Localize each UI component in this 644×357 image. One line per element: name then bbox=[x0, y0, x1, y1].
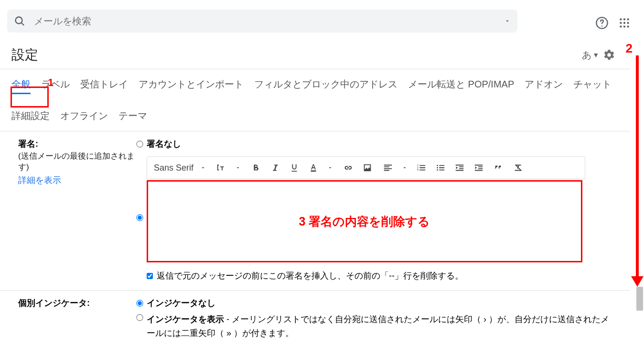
indicator-section: 個別インジケータ: インジケータなし インジケータを表示 - メーリングリストで… bbox=[0, 291, 630, 353]
svg-line-1 bbox=[21, 23, 24, 25]
bullet-list-icon[interactable] bbox=[431, 160, 450, 176]
signature-custom-row[interactable]: Sans Serif bbox=[137, 153, 611, 281]
chevron-down-icon[interactable]: ▼ bbox=[592, 51, 599, 59]
italic-icon[interactable] bbox=[266, 160, 284, 176]
tab-themes[interactable]: テーマ bbox=[118, 109, 147, 124]
indent-more-icon[interactable] bbox=[470, 160, 488, 176]
scrollbar-track[interactable] bbox=[635, 48, 644, 357]
signature-label-desc: (送信メールの最後に追加されます) bbox=[18, 151, 137, 173]
lang-gear-group: あ ▼ bbox=[582, 49, 615, 62]
svg-point-10 bbox=[620, 25, 622, 27]
signature-editor-toolbar: Sans Serif bbox=[147, 156, 585, 179]
signature-none-row[interactable]: 署名なし bbox=[137, 138, 611, 150]
text-color-icon[interactable] bbox=[304, 160, 322, 176]
input-method-label[interactable]: あ bbox=[582, 49, 591, 62]
signature-editor[interactable]: 3 署名の内容を削除する bbox=[147, 180, 582, 262]
settings-title-row: 設定 あ ▼ bbox=[0, 32, 630, 69]
tab-general[interactable]: 全般 bbox=[11, 78, 31, 94]
signature-none-label: 署名なし bbox=[147, 138, 181, 150]
signature-none-radio[interactable] bbox=[136, 141, 143, 147]
remove-formatting-icon[interactable] bbox=[509, 160, 527, 176]
indicator-show-row[interactable]: インジケータを表示 - メーリングリストではなく自分宛に送信されたメールには矢印… bbox=[137, 313, 611, 340]
font-family-caret-icon[interactable] bbox=[196, 162, 210, 173]
text-color-caret-icon[interactable] bbox=[323, 162, 337, 173]
svg-point-6 bbox=[627, 18, 629, 20]
tab-inbox[interactable]: 受信トレイ bbox=[80, 78, 128, 94]
header-icons bbox=[595, 16, 631, 30]
underline-icon[interactable] bbox=[285, 160, 303, 176]
signature-body: 署名なし Sans Serif bbox=[137, 138, 630, 281]
apps-grid-icon[interactable] bbox=[618, 17, 631, 29]
signature-insert-checkbox[interactable] bbox=[147, 273, 153, 279]
svg-point-15 bbox=[437, 167, 438, 169]
align-caret-icon[interactable] bbox=[398, 162, 411, 173]
help-icon[interactable] bbox=[595, 16, 609, 30]
tab-labels[interactable]: ラベル bbox=[41, 78, 70, 94]
svg-point-9 bbox=[627, 22, 629, 24]
settings-content: 署名: (送信メールの最後に追加されます) 詳細を表示 署名なし Sans Se… bbox=[0, 131, 630, 353]
indicator-none-row[interactable]: インジケータなし bbox=[137, 297, 611, 309]
search-input[interactable] bbox=[34, 16, 504, 27]
svg-point-14 bbox=[437, 165, 438, 166]
bold-icon[interactable] bbox=[247, 160, 265, 176]
indicator-label-title: 個別インジケータ: bbox=[18, 297, 137, 309]
indicator-label-col: 個別インジケータ: bbox=[18, 297, 137, 344]
tab-filters[interactable]: フィルタとブロック中のアドレス bbox=[254, 78, 397, 94]
tab-chat[interactable]: チャット bbox=[573, 78, 612, 94]
signature-details-link[interactable]: 詳細を表示 bbox=[18, 174, 61, 186]
svg-point-11 bbox=[623, 25, 625, 27]
svg-point-8 bbox=[623, 22, 625, 24]
svg-point-0 bbox=[16, 17, 22, 24]
indicator-body: インジケータなし インジケータを表示 - メーリングリストではなく自分宛に送信さ… bbox=[137, 297, 630, 344]
svg-point-16 bbox=[437, 169, 438, 171]
font-size-icon[interactable] bbox=[212, 160, 230, 176]
signature-label-title: 署名: bbox=[18, 138, 137, 150]
svg-point-3 bbox=[601, 25, 602, 26]
font-size-caret-icon[interactable] bbox=[231, 162, 245, 173]
align-icon[interactable] bbox=[379, 160, 397, 176]
search-bar[interactable] bbox=[7, 10, 517, 32]
svg-point-12 bbox=[627, 25, 629, 27]
svg-point-5 bbox=[623, 18, 625, 20]
annotation-1: 1 bbox=[48, 76, 54, 89]
signature-checkbox-label: 返信で元のメッセージの前にこの署名を挿入し、その前の「--」行を削除する。 bbox=[157, 270, 463, 281]
search-options-caret[interactable] bbox=[504, 18, 511, 24]
indicator-show-title: インジケータを表示 bbox=[147, 314, 224, 324]
gear-icon[interactable] bbox=[603, 49, 615, 61]
font-family-select[interactable]: Sans Serif bbox=[149, 163, 195, 173]
signature-custom-radio[interactable] bbox=[136, 214, 143, 221]
annotation-2: 2 bbox=[626, 41, 633, 56]
quote-icon[interactable] bbox=[489, 160, 507, 176]
svg-point-7 bbox=[620, 22, 622, 24]
signature-label-col: 署名: (送信メールの最後に追加されます) 詳細を表示 bbox=[18, 138, 137, 281]
svg-rect-13 bbox=[311, 171, 316, 172]
search-icon bbox=[14, 15, 25, 27]
settings-tabs: 全般 ラベル 受信トレイ アカウントとインポート フィルタとブロック中のアドレス… bbox=[0, 69, 630, 131]
signature-checkbox-row[interactable]: 返信で元のメッセージの前にこの署名を挿入し、その前の「--」行を削除する。 bbox=[147, 270, 611, 281]
image-icon[interactable] bbox=[358, 160, 376, 176]
page-title: 設定 bbox=[11, 46, 38, 64]
signature-section: 署名: (送信メールの最後に追加されます) 詳細を表示 署名なし Sans Se… bbox=[0, 131, 630, 291]
annotation-3-text: 3 署名の内容を削除する bbox=[299, 214, 430, 229]
tab-advanced[interactable]: 詳細設定 bbox=[11, 109, 50, 124]
numbered-list-icon[interactable] bbox=[412, 160, 430, 176]
tab-addons[interactable]: アドオン bbox=[525, 78, 563, 94]
indicator-none-radio[interactable] bbox=[136, 300, 143, 306]
svg-point-4 bbox=[620, 18, 622, 20]
indicator-show-radio[interactable] bbox=[136, 314, 143, 321]
indicator-none-label: インジケータなし bbox=[147, 297, 215, 309]
link-icon[interactable] bbox=[339, 160, 357, 176]
scrollbar-thumb[interactable] bbox=[636, 287, 643, 311]
tab-offline[interactable]: オフライン bbox=[60, 109, 108, 124]
tab-forwarding[interactable]: メール転送と POP/IMAP bbox=[408, 78, 514, 94]
tab-accounts[interactable]: アカウントとインポート bbox=[139, 78, 244, 94]
indent-less-icon[interactable] bbox=[451, 160, 469, 176]
